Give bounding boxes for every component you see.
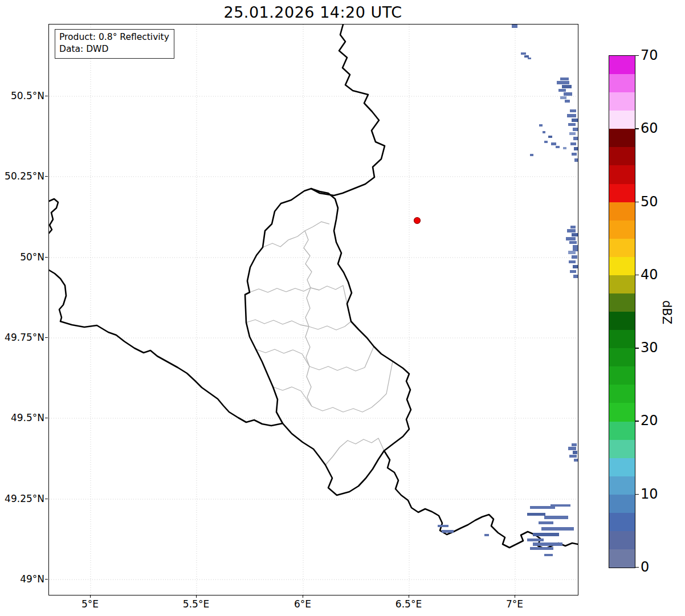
colorbar-segment-65-67.5dBZ (609, 74, 635, 92)
colorbar-tick-label: 70 (641, 48, 658, 62)
colorbar-tick-mark (635, 421, 639, 421)
y-tick-label: 50.25°N (2, 170, 44, 182)
product-info-line: Product: 0.8° Reflectivity (59, 31, 169, 43)
y-tick-label: 50°N (2, 251, 44, 263)
colorbar-segment-40-42.5dBZ (609, 257, 635, 275)
x-tick-mark (515, 595, 515, 598)
y-tick-label: 49.5°N (2, 412, 44, 423)
colorbar-tick-mark (635, 55, 639, 56)
colorbar-segment-0-2.5dBZ (609, 549, 635, 568)
y-tick-mark (45, 418, 48, 418)
colorbar-segment-55-57.5dBZ (609, 147, 635, 165)
colorbar-unit-label: dBZ (660, 300, 674, 324)
colorbar-segment-17.5-20dBZ (609, 422, 635, 440)
colorbar-tick-mark (635, 348, 639, 348)
colorbar-segment-25-27.5dBZ (609, 366, 635, 385)
y-tick-label: 49°N (2, 573, 44, 585)
y-tick-mark (45, 499, 48, 499)
radar-site-marker (414, 218, 421, 224)
colorbar-tick-mark (635, 567, 639, 568)
y-tick-label: 49.25°N (2, 493, 44, 504)
colorbar-tick-label: 0 (641, 560, 649, 574)
colorbar-tick-mark (635, 202, 639, 202)
product-info-box: Product: 0.8° Reflectivity Data: DWD (55, 29, 174, 59)
y-tick-mark (45, 579, 48, 580)
colorbar-tick-mark (635, 275, 639, 275)
colorbar-segment-37.5-40dBZ (609, 275, 635, 293)
x-tick-label: 6°E (277, 598, 328, 610)
colorbar-segment-35-37.5dBZ (609, 293, 635, 312)
colorbar-segment-32.5-35dBZ (609, 312, 635, 330)
colorbar-segment-12.5-15dBZ (609, 458, 635, 476)
colorbar-segment-62.5-65dBZ (609, 92, 635, 111)
colorbar-segment-20-22.5dBZ (609, 403, 635, 421)
map-canvas (49, 25, 578, 595)
colorbar-tick-label: 20 (641, 414, 658, 427)
colorbar-segment-30-32.5dBZ (609, 330, 635, 348)
x-tick-mark (409, 595, 409, 598)
colorbar-segment-22.5-25dBZ (609, 385, 635, 403)
colorbar-tick-label: 40 (641, 268, 658, 282)
colorbar-segment-42.5-45dBZ (609, 239, 635, 257)
colorbar-segment-50-52.5dBZ (609, 184, 635, 202)
colorbar-segment-67.5-70dBZ (609, 56, 635, 74)
colorbar (609, 55, 635, 568)
y-tick-label: 50.5°N (2, 90, 44, 101)
colorbar-segment-2.5-5dBZ (609, 531, 635, 549)
y-tick-label: 49.75°N (2, 332, 44, 343)
colorbar-segment-27.5-30dBZ (609, 348, 635, 366)
colorbar-segment-5-7.5dBZ (609, 513, 635, 531)
radar-figure: 25.01.2026 14:20 UTC Product: 0.8° Refle… (0, 0, 685, 616)
x-tick-mark (196, 595, 197, 598)
x-tick-mark (90, 595, 91, 598)
colorbar-tick-mark (635, 128, 639, 129)
colorbar-tick-label: 10 (641, 487, 658, 501)
x-tick-label: 6.5°E (383, 598, 434, 610)
y-tick-mark (45, 257, 48, 258)
gridlines (49, 25, 578, 595)
colorbar-tick-label: 50 (641, 195, 658, 209)
x-tick-label: 7°E (489, 598, 540, 610)
colorbar-tick-mark (635, 494, 639, 495)
colorbar-tick-label: 30 (641, 341, 658, 354)
x-tick-label: 5.5°E (170, 598, 222, 610)
colorbar-segment-7.5-10dBZ (609, 495, 635, 513)
y-tick-mark (45, 337, 48, 338)
x-tick-mark (303, 595, 303, 598)
y-tick-mark (45, 176, 48, 177)
colorbar-segment-45-47.5dBZ (609, 221, 635, 239)
y-tick-mark (45, 96, 48, 96)
colorbar-segment-47.5-50dBZ (609, 202, 635, 221)
map-plot-area: Product: 0.8° Reflectivity Data: DWD (48, 24, 578, 595)
plot-title: 25.01.2026 14:20 UTC (48, 3, 577, 21)
colorbar-segment-60-62.5dBZ (609, 111, 635, 129)
colorbar-segment-57.5-60dBZ (609, 129, 635, 147)
radar-echoes (438, 25, 578, 556)
data-source-line: Data: DWD (59, 43, 169, 55)
country-borders (49, 25, 578, 549)
colorbar-segment-10-12.5dBZ (609, 476, 635, 495)
x-tick-label: 5°E (64, 598, 116, 610)
colorbar-tick-label: 60 (641, 121, 658, 135)
colorbar-segment-15-17.5dBZ (609, 440, 635, 458)
colorbar-segment-52.5-55dBZ (609, 165, 635, 183)
